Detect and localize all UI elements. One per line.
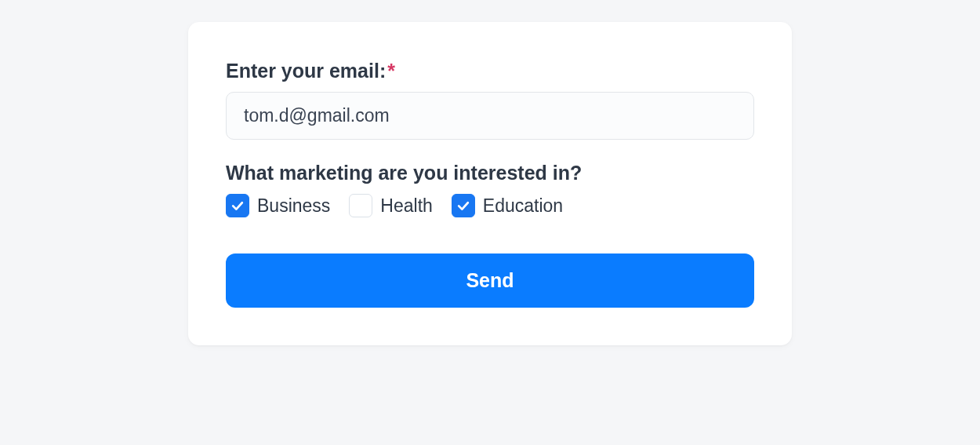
checkbox-education[interactable]: Education: [452, 194, 563, 217]
email-label: Enter your email:*: [226, 60, 754, 82]
email-group: Enter your email:*: [226, 60, 754, 140]
email-label-text: Enter your email:: [226, 60, 386, 82]
interests-label: What marketing are you interested in?: [226, 162, 754, 184]
checkbox-box-business[interactable]: [226, 194, 249, 217]
check-icon: [456, 198, 471, 213]
form-card: Enter your email:* What marketing are yo…: [188, 22, 792, 345]
checkbox-box-health[interactable]: [349, 194, 372, 217]
checkbox-health[interactable]: Health: [349, 194, 432, 217]
checkbox-label-education: Education: [483, 195, 563, 217]
checkbox-label-health: Health: [380, 195, 432, 217]
send-button[interactable]: Send: [226, 254, 754, 308]
checkbox-business[interactable]: Business: [226, 194, 330, 217]
check-icon: [230, 198, 245, 213]
checkbox-box-education[interactable]: [452, 194, 475, 217]
interests-group: What marketing are you interested in? Bu…: [226, 162, 754, 217]
interests-options: Business Health Education: [226, 194, 754, 217]
email-input[interactable]: [226, 92, 754, 140]
checkbox-label-business: Business: [257, 195, 330, 217]
required-marker: *: [387, 60, 395, 82]
